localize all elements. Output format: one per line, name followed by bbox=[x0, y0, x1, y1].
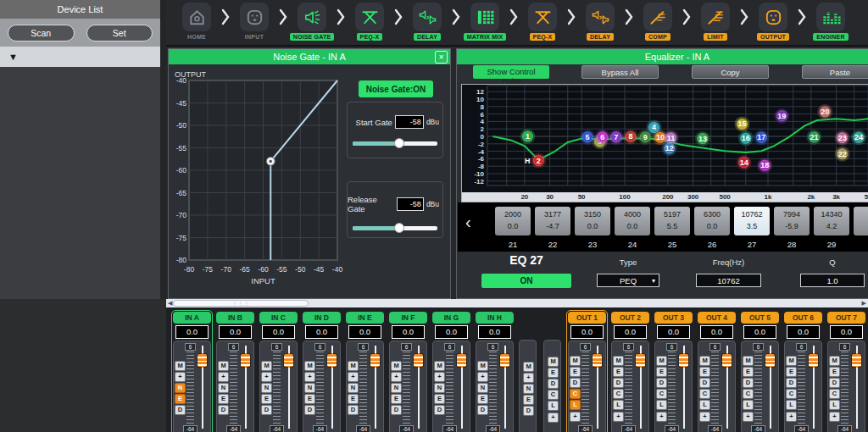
fader-handle[interactable] bbox=[327, 354, 337, 367]
scrollbar-thumb[interactable]: ⋮⋮⋮ bbox=[173, 300, 309, 307]
release-gate-slider[interactable] bbox=[353, 226, 437, 230]
close-icon[interactable]: ✕ bbox=[435, 51, 448, 64]
strip-button-C[interactable]: C bbox=[613, 389, 624, 399]
toolbar-item-output[interactable]: OUTPUT bbox=[749, 3, 797, 41]
release-gate-slider-thumb[interactable] bbox=[394, 223, 404, 233]
channel-header-in-c[interactable]: IN C bbox=[259, 312, 298, 324]
strip-button-+[interactable]: + bbox=[786, 412, 797, 422]
strip-button-N[interactable]: N bbox=[261, 383, 272, 393]
strip-button-M[interactable]: M bbox=[261, 361, 272, 371]
channel-header-out-1[interactable]: OUT 1 bbox=[568, 312, 606, 324]
fader-handle[interactable] bbox=[809, 354, 818, 367]
band-scroll-left-icon[interactable]: ‹ bbox=[465, 213, 471, 232]
strip-button-L[interactable]: L bbox=[829, 400, 840, 410]
toolbar-item-delay-output[interactable]: DELAY bbox=[576, 3, 624, 41]
channel-header-out-3[interactable]: OUT 3 bbox=[654, 312, 693, 324]
band-cell[interactable]: 20000.0 bbox=[495, 207, 531, 235]
strip-button-D[interactable]: D bbox=[613, 378, 624, 388]
fader-handle[interactable] bbox=[370, 354, 380, 367]
strip-button-M[interactable]: M bbox=[477, 361, 488, 371]
strip-button-+[interactable]: + bbox=[477, 372, 488, 382]
strip-button-E[interactable]: E bbox=[304, 394, 315, 404]
strip-button-D[interactable]: D bbox=[434, 405, 445, 415]
channel-header-out-7[interactable]: OUT 7 bbox=[827, 312, 865, 324]
strip-button-E[interactable]: E bbox=[829, 367, 840, 377]
toolbar-item-enginer[interactable]: ENGINER bbox=[807, 3, 854, 41]
fader-handle[interactable] bbox=[722, 354, 732, 367]
strip-button-+[interactable]: + bbox=[699, 412, 710, 422]
paste-button[interactable]: Paste bbox=[802, 65, 868, 79]
strip-button-C[interactable]: C bbox=[743, 389, 754, 399]
strip-button-D[interactable]: D bbox=[261, 405, 272, 415]
channel-header-in-h[interactable]: IN H bbox=[476, 312, 514, 324]
strip-button-M[interactable]: M bbox=[548, 357, 559, 367]
strip-button-+[interactable]: + bbox=[570, 412, 581, 422]
channel-header-in-a[interactable]: IN A bbox=[173, 312, 211, 324]
channel-header-out-4[interactable]: OUT 4 bbox=[698, 312, 736, 324]
channel-gain-value[interactable]: 0.0 bbox=[570, 325, 604, 339]
fader-handle[interactable] bbox=[765, 354, 775, 367]
strip-button-+[interactable]: + bbox=[434, 372, 445, 382]
strip-button-D[interactable]: D bbox=[548, 379, 559, 389]
strip-button-M[interactable]: M bbox=[699, 356, 710, 366]
channel-header-in-e[interactable]: IN E bbox=[346, 312, 384, 324]
strip-button-C[interactable]: C bbox=[786, 389, 797, 399]
strip-button-D[interactable]: D bbox=[786, 378, 797, 388]
strip-button-+[interactable]: + bbox=[523, 373, 534, 383]
strip-button-+[interactable]: + bbox=[656, 412, 667, 422]
strip-button-M[interactable]: M bbox=[348, 361, 359, 371]
start-gate-value[interactable]: -58 bbox=[395, 115, 424, 129]
eq-band-on-button[interactable]: ON bbox=[481, 274, 571, 288]
channel-header-in-b[interactable]: IN B bbox=[216, 312, 254, 324]
strip-button-E[interactable]: E bbox=[743, 367, 754, 377]
freq-field[interactable]: 10762 bbox=[696, 274, 761, 287]
band-cell[interactable]: 63000.0 bbox=[694, 207, 730, 235]
toolbar-item-comp[interactable]: COMP bbox=[634, 3, 682, 41]
fader-handle[interactable] bbox=[284, 354, 293, 367]
strip-button-D[interactable]: D bbox=[829, 378, 840, 388]
channel-header-in-d[interactable]: IN D bbox=[303, 312, 341, 324]
strip-button-C[interactable]: C bbox=[570, 389, 581, 399]
toolbar-item-home[interactable]: HOME bbox=[173, 3, 220, 40]
strip-button-N[interactable]: N bbox=[523, 384, 534, 394]
strip-button-+[interactable]: + bbox=[391, 372, 402, 382]
strip-button-E[interactable]: E bbox=[570, 367, 581, 377]
band-cell[interactable]: 143404.2 bbox=[814, 207, 849, 235]
device-dropdown[interactable]: ▼ bbox=[0, 47, 160, 67]
strip-button-N[interactable]: N bbox=[304, 383, 315, 393]
toolbar-item-noise-gate[interactable]: NOISE GATE bbox=[288, 3, 336, 41]
strip-button-+[interactable]: + bbox=[829, 412, 840, 422]
strip-button-M[interactable]: M bbox=[613, 356, 624, 366]
fader-handle[interactable] bbox=[500, 354, 509, 367]
band-cell[interactable]: 7994-5.9 bbox=[774, 207, 810, 235]
set-button[interactable]: Set bbox=[86, 25, 153, 42]
strip-button-E[interactable]: E bbox=[477, 394, 488, 404]
channel-gain-value[interactable]: 0.0 bbox=[435, 325, 468, 339]
strip-button-E[interactable]: E bbox=[548, 368, 559, 378]
strip-button-+[interactable]: + bbox=[175, 372, 186, 382]
noise-gate-on-button[interactable]: Noise Gate:ON bbox=[359, 80, 433, 97]
channel-gain-value[interactable]: 0.0 bbox=[305, 325, 338, 339]
channel-gain-value[interactable]: 0.0 bbox=[700, 325, 733, 339]
channel-gain-value[interactable]: 0.0 bbox=[478, 325, 511, 339]
strip-button-C[interactable]: C bbox=[548, 390, 559, 400]
band-cell[interactable]: 31500.0 bbox=[575, 207, 610, 235]
channel-gain-value[interactable]: 0.0 bbox=[348, 325, 381, 339]
strip-button-E[interactable]: E bbox=[348, 394, 359, 404]
channel-header-out-2[interactable]: OUT 2 bbox=[611, 312, 649, 324]
channel-gain-value[interactable]: 0.0 bbox=[219, 325, 252, 339]
band-cell[interactable] bbox=[854, 207, 868, 235]
fader-handle[interactable] bbox=[241, 354, 250, 367]
strip-button-E[interactable]: E bbox=[523, 395, 534, 405]
strip-button-M[interactable]: M bbox=[434, 361, 445, 371]
scan-button[interactable]: Scan bbox=[8, 25, 75, 42]
strip-button-+[interactable]: + bbox=[304, 372, 315, 382]
strip-button-N[interactable]: N bbox=[348, 383, 359, 393]
strip-button-D[interactable]: D bbox=[743, 378, 754, 388]
toolbar-item-input[interactable]: INPUT bbox=[231, 3, 278, 40]
strip-button-L[interactable]: L bbox=[699, 400, 710, 410]
band-cell[interactable]: 40000.0 bbox=[615, 207, 650, 235]
strip-button-D[interactable]: D bbox=[218, 405, 229, 415]
band-cell[interactable]: 51975.5 bbox=[654, 207, 690, 235]
strip-button-L[interactable]: L bbox=[656, 400, 667, 410]
